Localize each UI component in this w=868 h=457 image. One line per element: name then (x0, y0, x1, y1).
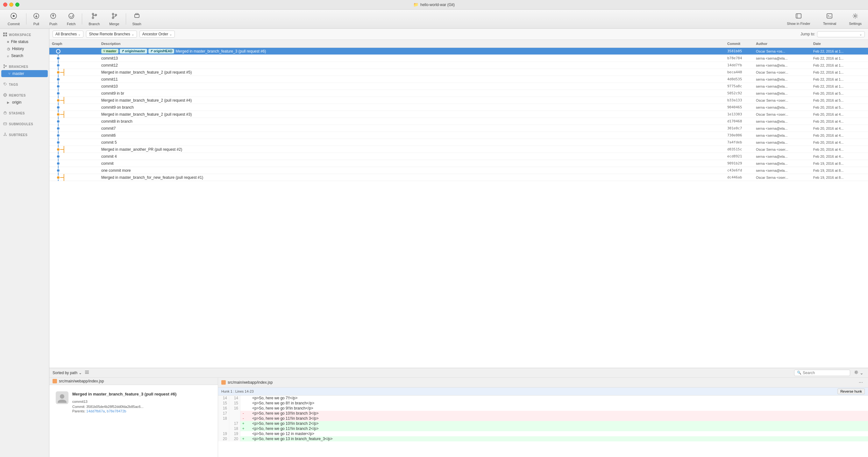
commit-row[interactable]: Merged in master_branch_feature_2 (pull … (49, 97, 868, 104)
minimize-button[interactable] (9, 3, 13, 7)
line-sign (240, 401, 246, 406)
svg-rect-12 (136, 13, 138, 15)
commit-date: Feb 20, 2016 at 5... (811, 98, 868, 102)
branch-button[interactable]: Branch (84, 10, 104, 28)
branch-icon (91, 12, 98, 21)
commit-author: serna <serna@ela... (753, 126, 811, 130)
commit-row[interactable]: one commit morec43e6fdserna <serna@ela..… (49, 167, 868, 174)
commit-button[interactable]: Commit (3, 10, 24, 28)
show-remote-dropdown[interactable]: Show Remote Branches ⌄ (86, 31, 136, 37)
commit-hash: 7a4fdeb (725, 140, 753, 144)
file-icon-left (53, 379, 57, 383)
branch-tag: ⑂ master (101, 49, 119, 54)
show-in-finder-button[interactable]: Show in Finder (784, 11, 813, 27)
close-button[interactable] (3, 3, 7, 7)
commit-hash: 9775a8c (725, 84, 753, 88)
commit-row[interactable]: commit9 on branch9040465serna <serna@ela… (49, 104, 868, 111)
svg-point-82 (60, 394, 64, 399)
commit-author: serna <serna@ela... (753, 91, 811, 95)
desc-cell: Merged in master_another_PR (pull reques… (99, 147, 725, 152)
branches-icon (3, 64, 7, 69)
commit-row[interactable]: commit114d0d535serna <serna@ela...Feb 22… (49, 76, 868, 83)
commit-author: serna <serna@ela... (753, 106, 811, 109)
branch-item-icon: ⑂ (8, 72, 10, 76)
commit-hash: 301e0c7 (725, 126, 753, 130)
sidebar-item-master[interactable]: ⑂ master (1, 70, 48, 77)
commit-row[interactable]: Merged in master_branch_for_new_feature … (49, 174, 868, 181)
commit-date: Feb 19, 2016 at 8... (811, 176, 868, 179)
settings-button[interactable]: Settings (846, 11, 865, 27)
commit-description: one commit more (101, 168, 131, 173)
commit-author: Oscar Serna <oser... (753, 147, 811, 151)
svg-point-6 (92, 17, 94, 19)
commit-author: serna <serna@ela... (753, 84, 811, 88)
line-num-new: 15 (229, 401, 240, 406)
reverse-hunk-button[interactable]: Reverse hunk (837, 389, 865, 394)
tags-section: TAGS (0, 78, 49, 89)
commit-row[interactable]: commit13b78e784serna <serna@ela...Feb 22… (49, 55, 868, 62)
commit-date: Feb 22, 2016 at 1... (811, 56, 868, 60)
svg-point-31 (5, 133, 6, 134)
pull-button[interactable]: Pull (28, 10, 44, 28)
line-sign (240, 396, 246, 401)
search-icon: 🔍 (797, 371, 802, 375)
commit-row[interactable]: Merged in master_branch_feature_2 (pull … (49, 69, 868, 76)
list-icon[interactable] (84, 370, 90, 376)
commit-row[interactable]: commit 57a4fdebserna <serna@ela...Feb 20… (49, 139, 868, 146)
svg-rect-15 (827, 14, 832, 18)
separator-1 (26, 13, 26, 25)
pull-icon (33, 12, 40, 21)
sorted-by-dropdown[interactable]: Sorted by path ⌄ (53, 371, 82, 375)
push-button[interactable]: Push (45, 10, 62, 28)
settings-label: Settings (849, 22, 862, 26)
commit-row[interactable]: ⑂ master↱ origin/master↱ origin/HEADMerg… (49, 48, 868, 55)
merge-button[interactable]: Merge (105, 10, 124, 28)
line-num-old (218, 421, 229, 426)
commit-row[interactable]: Merged in master_branch_feature_2 (pull … (49, 111, 868, 118)
sidebar-item-history[interactable]: ◷ History (0, 45, 49, 52)
commit-author: Oscar Serna <os... (753, 49, 811, 53)
commit-row[interactable]: commit9 in br5052c92serna <serna@ela...F… (49, 90, 868, 97)
title-bar: 📁 hello-world-war (Git) (0, 0, 868, 9)
maximize-button[interactable] (15, 3, 20, 7)
commit-label: Commit (8, 22, 20, 26)
subtrees-section: SUBTREES (0, 129, 49, 140)
diff-settings-button[interactable]: ⌄ (853, 369, 865, 376)
commit-row[interactable]: commit8 in branchd170468serna <serna@ela… (49, 118, 868, 125)
diff-line: 1919 <p>So, here we go 12 in master</p> (218, 431, 868, 436)
commit-row[interactable]: commit9091b29serna <serna@ela...Feb 19, … (49, 160, 868, 167)
jump-to-dropdown[interactable]: ⌄ (817, 31, 865, 37)
sidebar-item-search[interactable]: ⌕ Search (0, 52, 49, 59)
commit-row[interactable]: commit 4ecd8921serna <serna@ela...Feb 20… (49, 153, 868, 160)
desc-cell: commit8 in branch (99, 119, 725, 124)
jump-to-area: Jump to: ⌄ (801, 31, 865, 37)
commit-row[interactable]: commit7301e0c7serna <serna@ela...Feb 20,… (49, 125, 868, 132)
svg-point-71 (57, 162, 60, 165)
commit-row[interactable]: commit1214dd7fbserna <serna@ela...Feb 22… (49, 62, 868, 69)
fetch-button[interactable]: Fetch (62, 10, 80, 28)
parent-link-2[interactable]: b78e78472b (107, 409, 126, 413)
stash-button[interactable]: Stash (128, 10, 146, 28)
workspace-section: WORKSPACE ≡ File status ◷ History ⌕ Sear… (0, 29, 49, 61)
commit-row[interactable]: commit6730e006serna <serna@ela...Feb 20,… (49, 132, 868, 139)
sidebar-item-file-status[interactable]: ≡ File status (0, 38, 49, 45)
branch-tag: ↱ origin/HEAD (148, 49, 175, 54)
ancestor-order-dropdown[interactable]: Ancestor Order ⌄ (140, 31, 175, 37)
diff-ellipsis-button[interactable]: ··· (857, 379, 865, 386)
commit-row[interactable]: commit109775a8cserna <serna@ela...Feb 22… (49, 83, 868, 90)
stashes-section: STASHES (0, 107, 49, 118)
diff-line: 1414 <p>So, here we go 7!!</p> (218, 396, 868, 401)
search-input[interactable] (803, 371, 847, 375)
commit-row[interactable]: Merged in master_another_PR (pull reques… (49, 146, 868, 153)
all-branches-arrow: ⌄ (78, 32, 81, 36)
sidebar-item-origin[interactable]: ▶ origin (0, 99, 49, 106)
all-branches-dropdown[interactable]: All Branches ⌄ (53, 31, 84, 37)
workspace-header: WORKSPACE (0, 31, 49, 38)
traffic-lights (3, 3, 20, 7)
line-content: <p>So, here we go 9!!in branch</p> (246, 406, 868, 411)
commit-date: Feb 20, 2016 at 4... (811, 126, 868, 130)
parent-link-1[interactable]: 14dd7fb67a (86, 409, 105, 413)
commit-detail-subline: commit13 (72, 400, 211, 403)
line-num-old: 16 (218, 406, 229, 411)
terminal-button[interactable]: Terminal (820, 11, 840, 27)
